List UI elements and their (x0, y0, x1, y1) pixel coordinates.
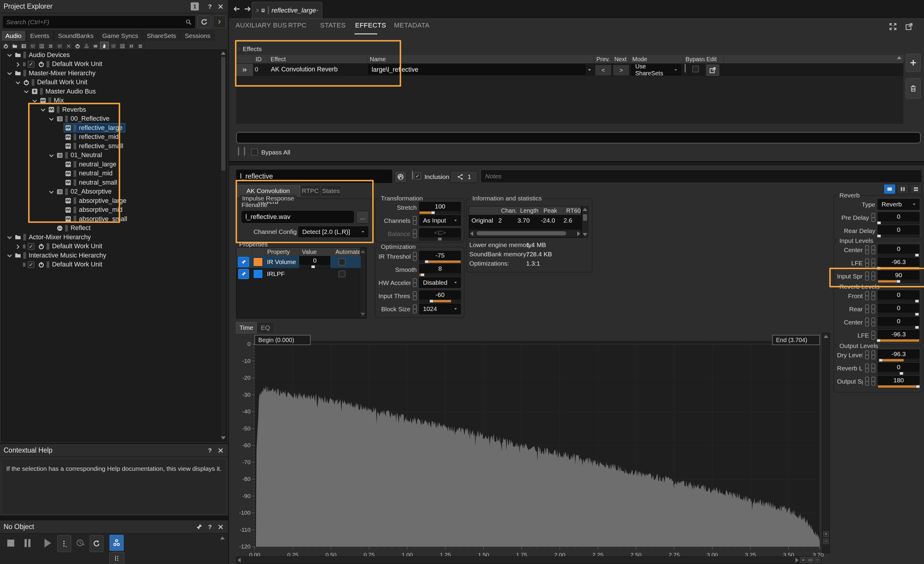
history-icon[interactable] (75, 538, 86, 548)
collapse-all-icon[interactable] (136, 42, 145, 50)
tree-node-box[interactable]: Actor-Mixer Hierarchy (14, 233, 94, 242)
tree-item-default-work-unit[interactable]: ✓Default Work Unit (14, 60, 105, 69)
dry-level-field[interactable]: -96.3 (878, 350, 920, 362)
slider-handle[interactable] (877, 339, 880, 342)
expander-collapse-icon[interactable] (6, 252, 14, 259)
effect-name-combo[interactable]: large\l_reflective (368, 64, 585, 75)
type-field[interactable]: Reverb (878, 199, 920, 210)
tab-rtpc[interactable]: RTPC (300, 185, 321, 197)
expander-collapse-icon[interactable] (14, 79, 22, 86)
lfe-field[interactable]: -96.3 (878, 257, 920, 270)
dropdown[interactable]: 1024 (419, 304, 461, 314)
slider-handle[interactable] (897, 280, 900, 283)
automate-checkbox[interactable] (339, 259, 345, 265)
tree-item-interactive-music-hierarchy[interactable]: Interactive Music Hierarchy (6, 251, 109, 260)
slider-track[interactable] (419, 260, 461, 263)
tree-node-box[interactable]: Interactive Music Hierarchy (14, 251, 109, 260)
slider-handle[interactable] (425, 260, 429, 263)
slider-handle[interactable] (430, 300, 434, 303)
tree-item-reflective-small[interactable]: reflective_small (56, 142, 126, 151)
slider-handle[interactable] (431, 211, 435, 214)
sharesets-button[interactable]: 1 (450, 171, 478, 183)
delete-effect-button[interactable] (906, 78, 921, 99)
forward-button[interactable] (243, 5, 252, 13)
tree-node-box[interactable]: Default Work Unit (37, 242, 105, 251)
tree-node-box[interactable]: 00_Reflective (55, 114, 112, 123)
container-icon[interactable] (91, 42, 100, 50)
grid-icon[interactable] (38, 42, 46, 50)
expander-collapse-icon[interactable] (39, 106, 47, 113)
back-button[interactable] (232, 5, 241, 13)
view-columns-button[interactable] (897, 184, 909, 194)
tree-item-absorptive-mid[interactable]: absorptive_mid (56, 205, 125, 214)
expand-all-icon[interactable] (127, 42, 136, 50)
rear-delay-field[interactable]: 0 (878, 225, 920, 238)
statistics-vscrollbar[interactable] (582, 206, 588, 238)
tree-node-box[interactable]: 01_Neutral (55, 151, 105, 160)
explorer-tab-game-syncs[interactable]: Game Syncs (98, 30, 142, 41)
virtual-folder-icon[interactable] (20, 42, 28, 50)
tree-item-reflective-large[interactable]: reflective_large (56, 123, 125, 132)
center-field[interactable]: 0 (878, 244, 920, 257)
rear-field[interactable]: 0 (878, 304, 920, 316)
view-single-button[interactable] (884, 184, 896, 194)
list-view-button[interactable] (110, 552, 124, 564)
zoom-in-button[interactable]: + (823, 531, 829, 537)
tree-scrollbar[interactable] (220, 50, 226, 441)
slider-handle[interactable] (879, 359, 883, 362)
playback-options-button[interactable] (57, 535, 71, 552)
tree-item-absorptive-small[interactable]: absorptive_small (56, 214, 130, 223)
help-icon[interactable]: ? (206, 447, 214, 454)
fader-icon[interactable] (55, 42, 64, 50)
explorer-tab-audio[interactable]: Audio (1, 30, 26, 41)
tree-node-box[interactable]: 02_Absorptive (55, 187, 114, 196)
center-field[interactable]: 0 (878, 317, 920, 329)
channel-config-dropdown[interactable]: Detect [2.0 (L,R)] (298, 226, 368, 237)
row-handle-button[interactable] (236, 63, 254, 76)
scissors-icon[interactable] (64, 42, 73, 50)
h-zoom-in-button[interactable]: + (800, 557, 806, 563)
property-row-ir-volume[interactable]: IR Volume0 (237, 256, 361, 268)
scroll-up-arrow[interactable] (897, 56, 902, 59)
tree-item-default-work-unit[interactable]: Default Work Unit (14, 78, 90, 87)
property-color-swatch[interactable] (253, 257, 263, 266)
property-row-irlpf[interactable]: IRLPF (237, 268, 361, 280)
tree-node-box[interactable]: neutral_small (64, 178, 120, 187)
stop-button[interactable] (5, 537, 17, 549)
output-spread-field[interactable]: 180 (878, 376, 920, 388)
inclusion-checkbox[interactable]: ✓ (414, 173, 421, 179)
document-tab[interactable]: reflective_large (252, 2, 322, 18)
scroll-up-arrow[interactable] (220, 537, 225, 540)
balance-field[interactable]: <C> (419, 228, 461, 241)
expander-collapse-icon[interactable] (48, 152, 55, 159)
prev-effect-button[interactable]: < (595, 64, 612, 76)
pre-delay-field[interactable]: 0 (878, 212, 920, 224)
tab-effects[interactable]: EFFECTS (355, 21, 386, 29)
explorer-tab-sharesets[interactable]: ShareSets (142, 30, 180, 41)
tree-item-audio-devices[interactable]: Audio Devices (6, 51, 72, 60)
slider-handle[interactable] (915, 326, 919, 329)
tree-node-box[interactable]: Audio Devices (14, 51, 72, 60)
tree-node-box[interactable]: reflective_large (64, 123, 125, 132)
tab-metadata[interactable]: METADATA (394, 21, 430, 29)
work-unit-icon[interactable] (2, 42, 10, 50)
input-spread-field[interactable]: 90 (878, 271, 920, 283)
help-icon[interactable]: ? (206, 523, 214, 531)
bypass-all-checkbox[interactable] (251, 149, 258, 156)
tree-node-box[interactable]: absorptive_mid (64, 205, 125, 214)
slider-track[interactable] (419, 238, 461, 241)
pin-icon[interactable] (195, 523, 203, 531)
tree-node-box[interactable]: neutral_large (64, 160, 119, 169)
tree-node-box[interactable]: Default Work Unit (37, 260, 105, 269)
pin-button[interactable] (238, 257, 249, 267)
tree-item-master-audio-bus[interactable]: Master Audio Bus (22, 87, 99, 96)
property-value-field[interactable]: 0 (299, 256, 330, 268)
dropdown[interactable]: As Input (419, 215, 461, 226)
add-effect-button[interactable] (906, 54, 921, 72)
tree-item-reverbs[interactable]: Reverbs (39, 105, 89, 114)
tree-node-box[interactable]: Mix (39, 96, 66, 105)
tab-states[interactable]: STATES (320, 21, 346, 29)
voice-icon[interactable] (82, 42, 91, 50)
automate-checkbox[interactable] (339, 271, 345, 277)
tab-auxiliary-bus[interactable]: AUXILIARY BUS (236, 21, 287, 29)
